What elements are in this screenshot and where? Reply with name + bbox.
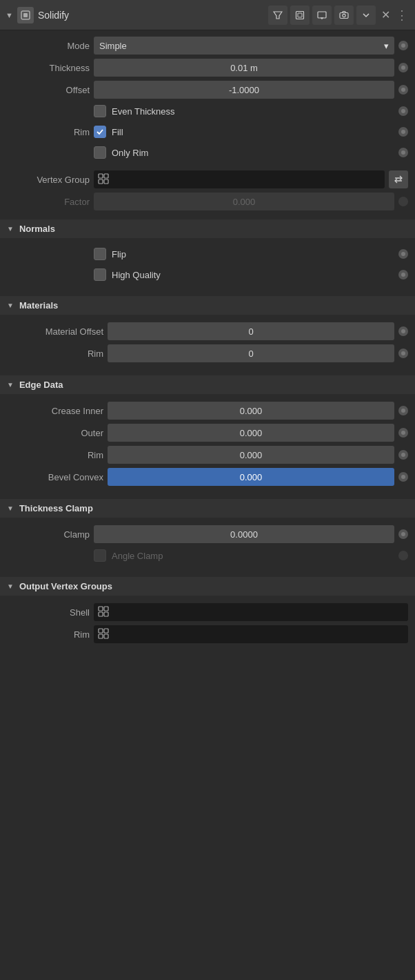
rim-fill-checkbox[interactable] <box>94 126 106 138</box>
output-vertex-groups-section-header[interactable]: ▼ Output Vertex Groups <box>0 577 415 596</box>
material-offset-input[interactable] <box>108 322 394 340</box>
modifier-title: Solidify <box>38 10 264 21</box>
high-quality-checkbox[interactable] <box>94 268 106 281</box>
header-dots[interactable]: ⋮ <box>396 8 409 23</box>
svg-point-29 <box>401 532 405 536</box>
angle-clamp-dot <box>398 551 408 560</box>
camera-tool-btn[interactable] <box>334 6 354 25</box>
shell-icon <box>98 606 109 619</box>
mode-row: Mode Simple ▾ <box>0 35 415 57</box>
shell-input[interactable] <box>94 603 408 621</box>
normals-section-label: Normals <box>19 224 55 234</box>
material-rim-input-wrapper[interactable] <box>108 344 394 362</box>
bevel-convex-input[interactable] <box>108 468 394 486</box>
material-rim-label: Rim <box>7 349 103 359</box>
material-rim-dot[interactable] <box>398 349 408 358</box>
thickness-input[interactable] <box>94 59 394 77</box>
even-thickness-dot[interactable] <box>398 106 408 116</box>
only-rim-checkbox[interactable] <box>94 146 106 159</box>
mode-dropdown[interactable]: Simple ▾ <box>94 37 394 55</box>
material-offset-dot[interactable] <box>398 326 408 336</box>
thickness-clamp-section-header[interactable]: ▼ Thickness Clamp <box>0 499 415 518</box>
vertex-group-swap-btn[interactable] <box>389 170 408 188</box>
svg-point-30 <box>401 553 405 558</box>
crease-rim-input-wrapper[interactable] <box>108 446 394 464</box>
svg-rect-38 <box>104 634 108 638</box>
edge-data-arrow-icon: ▼ <box>7 381 14 389</box>
flip-row: Flip <box>0 244 415 264</box>
flip-checkbox[interactable] <box>94 248 106 260</box>
even-thickness-checkbox-area: Even Thickness <box>94 105 394 117</box>
high-quality-checkbox-area: High Quality <box>94 268 394 281</box>
normals-section-header[interactable]: ▼ Normals <box>0 219 415 238</box>
crease-rim-dot[interactable] <box>398 450 408 460</box>
high-quality-label: High Quality <box>112 270 161 280</box>
vertex-group-input[interactable] <box>94 170 385 188</box>
high-quality-dot[interactable] <box>398 270 408 280</box>
clamp-input-wrapper[interactable] <box>94 525 394 543</box>
clamp-input[interactable] <box>94 525 394 543</box>
output-vertex-groups-section-label: Output Vertex Groups <box>19 581 112 591</box>
output-vertex-groups-arrow-icon: ▼ <box>7 582 14 590</box>
svg-point-13 <box>401 109 405 113</box>
rim-fill-sublabel: Fill <box>112 127 123 137</box>
only-rim-dot[interactable] <box>398 148 408 157</box>
chevron-tool-btn[interactable] <box>356 6 376 25</box>
svg-point-28 <box>401 475 405 479</box>
crease-rim-input[interactable] <box>108 446 394 464</box>
display-tool-btn[interactable] <box>312 6 332 25</box>
frame-tool-btn[interactable] <box>290 6 310 25</box>
offset-input-wrapper[interactable] <box>94 81 394 99</box>
angle-clamp-label: Angle Clamp <box>112 551 163 561</box>
svg-rect-37 <box>99 634 103 638</box>
thickness-dot[interactable] <box>398 63 408 72</box>
crease-outer-input-wrapper[interactable] <box>108 424 394 442</box>
rim-fill-dot[interactable] <box>398 127 408 137</box>
filter-tool-btn[interactable] <box>268 6 287 25</box>
ovg-rim-label: Rim <box>7 629 90 640</box>
bevel-convex-input-wrapper[interactable] <box>108 468 394 486</box>
vertex-group-icon <box>98 173 109 186</box>
clamp-row: Clamp <box>0 523 415 545</box>
ovg-rim-input[interactable] <box>94 625 408 643</box>
bevel-convex-row: Bevel Convex <box>0 466 415 488</box>
svg-point-22 <box>401 273 405 277</box>
svg-rect-16 <box>99 174 103 178</box>
shell-row: Shell <box>0 601 415 623</box>
material-offset-input-wrapper[interactable] <box>108 322 394 340</box>
ovg-rim-group-input[interactable] <box>94 625 408 643</box>
rim-fill-checkbox-area: Fill <box>94 126 394 138</box>
crease-inner-input[interactable] <box>108 402 394 420</box>
svg-rect-1 <box>23 13 28 17</box>
edge-data-section-header[interactable]: ▼ Edge Data <box>0 375 415 394</box>
crease-outer-dot[interactable] <box>398 428 408 438</box>
shell-group-input[interactable] <box>94 603 408 621</box>
header-collapse-arrow[interactable]: ▼ <box>6 11 13 19</box>
svg-point-23 <box>401 329 405 333</box>
offset-dot[interactable] <box>398 85 408 95</box>
flip-dot[interactable] <box>398 249 408 259</box>
even-thickness-checkbox[interactable] <box>94 105 106 117</box>
rim-fill-label: Rim <box>7 127 90 137</box>
edge-data-section-label: Edge Data <box>19 380 63 390</box>
clamp-dot[interactable] <box>398 529 408 539</box>
crease-rim-row: Rim <box>0 444 415 466</box>
bevel-convex-dot[interactable] <box>398 472 408 482</box>
modifier-header: ▼ Solidify <box>0 0 415 30</box>
offset-input[interactable] <box>94 81 394 99</box>
materials-section-label: Materials <box>19 300 58 311</box>
material-rim-input[interactable] <box>108 344 394 362</box>
crease-inner-dot[interactable] <box>398 406 408 415</box>
svg-point-11 <box>401 66 405 70</box>
materials-section-header[interactable]: ▼ Materials <box>0 296 415 315</box>
crease-inner-input-wrapper[interactable] <box>108 402 394 420</box>
modifier-content: Mode Simple ▾ Thickness Offset <box>0 35 415 673</box>
svg-point-10 <box>401 43 405 48</box>
mode-label: Mode <box>7 41 90 51</box>
mode-dot[interactable] <box>398 41 408 50</box>
header-close-btn[interactable]: ✕ <box>381 8 390 21</box>
thickness-input-wrapper[interactable] <box>94 59 394 77</box>
svg-rect-31 <box>99 607 103 611</box>
angle-clamp-checkbox-area: Angle Clamp <box>94 549 394 562</box>
crease-outer-input[interactable] <box>108 424 394 442</box>
